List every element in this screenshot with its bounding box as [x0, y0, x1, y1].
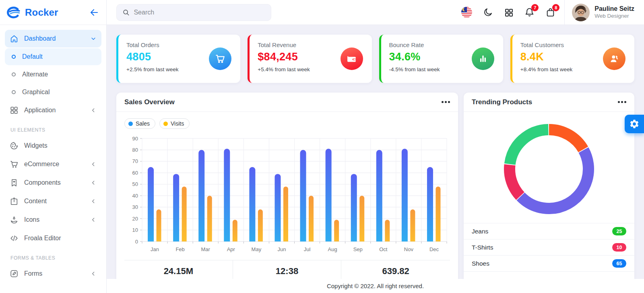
trending-products-menu-button[interactable]: [618, 99, 626, 105]
chevron-left-icon: [90, 161, 97, 167]
cart-stat-icon: [209, 47, 231, 70]
sidebar-subitem-label: Graphical: [22, 89, 50, 96]
sidebar-item-icons[interactable]: Icons: [5, 211, 101, 229]
svg-text:70: 70: [132, 158, 138, 164]
product-name: T-Shirts: [472, 244, 493, 251]
sidebar-item-widgets[interactable]: Widgets: [5, 137, 101, 155]
trending-products-card: Trending Products Jeans25T-Shirts10Shoes…: [464, 93, 634, 293]
sidebar-item-content[interactable]: Content: [5, 192, 101, 210]
bullet-icon: [12, 55, 16, 59]
user-role: Web Designer: [594, 13, 634, 20]
bar-chart-icon: [472, 47, 494, 70]
trending-donut-chart: [498, 118, 600, 220]
product-row-t-shirts[interactable]: T-Shirts10: [464, 239, 634, 256]
product-count-badge: 25: [612, 227, 626, 235]
sidebar-item-label: Application: [24, 107, 85, 114]
product-list: Jeans25T-Shirts10Shoes65: [464, 223, 634, 272]
brand-logo-icon: [6, 6, 21, 19]
stat-cards-row: Total Orders4805+2.5% from last weekTota…: [116, 35, 634, 83]
legend-chip-visits[interactable]: Visits: [159, 118, 190, 129]
sidebar-collapse-button[interactable]: [89, 8, 99, 17]
stat-title: Total Revenue: [258, 41, 363, 48]
user-menu[interactable]: Pauline Seitz Web Designer: [564, 0, 644, 25]
brand[interactable]: Rocker: [6, 6, 58, 19]
sidebar-item-label: eCommerce: [24, 161, 85, 168]
trending-products-title: Trending Products: [472, 98, 532, 106]
svg-text:80: 80: [132, 147, 138, 153]
svg-text:May: May: [252, 246, 262, 252]
svg-text:50: 50: [132, 181, 138, 187]
theme-settings-button[interactable]: [625, 115, 644, 133]
customers-icon: [603, 47, 625, 70]
svg-text:Oct: Oct: [379, 246, 388, 252]
stat-card-total-customers: Total Customers8.4K+8.4% from last week: [510, 35, 634, 83]
sidebar-item-forms[interactable]: Forms: [5, 265, 101, 283]
sidebar-item-label: Dashboard: [24, 35, 85, 42]
chevron-left-icon: [90, 180, 97, 186]
sidebar-item-froala-editor[interactable]: Froala Editor: [5, 229, 101, 247]
product-row-jeans[interactable]: Jeans25: [464, 223, 634, 239]
sidebar-subitem-default[interactable]: Default: [5, 48, 101, 65]
sidebar-item-dashboard[interactable]: Dashboard: [5, 30, 101, 47]
sidebar-header: Rocker: [0, 0, 106, 25]
bullet-icon: [12, 90, 16, 94]
svg-text:Jan: Jan: [151, 246, 159, 252]
language-flag-button[interactable]: [461, 7, 472, 18]
notifications-button[interactable]: 7: [524, 7, 535, 17]
product-count-badge: 10: [612, 243, 626, 252]
sales-overview-card: Sales Overview SalesVisits 0102030405060…: [116, 93, 458, 293]
stat-card-bounce-rate: Bounce Rate34.6%-4.5% from last week: [379, 35, 503, 83]
sidebar-item-label: Widgets: [24, 142, 97, 149]
chart-legend: SalesVisits: [124, 118, 450, 129]
product-row-shoes[interactable]: Shoes65: [464, 256, 634, 272]
sidebar-subitem-alternate[interactable]: Alternate: [5, 66, 101, 83]
sidebar-item-label: Content: [24, 198, 85, 205]
svg-text:Jul: Jul: [304, 246, 311, 252]
copyright-text: Copyright © 2022. All right reserved.: [327, 283, 424, 289]
stat-title: Bounce Rate: [389, 41, 495, 48]
sidebar-nav: DashboardDefaultAlternateGraphicalApplic…: [0, 25, 106, 283]
svg-text:0: 0: [135, 239, 138, 245]
svg-text:10: 10: [132, 227, 138, 233]
product-count-badge: 65: [612, 259, 626, 268]
search-box[interactable]: [116, 4, 271, 21]
apps-menu-button[interactable]: [504, 8, 514, 17]
stat-card-total-revenue: Total Revenue$84,245+5.4% from last week: [248, 35, 372, 83]
svg-text:Feb: Feb: [175, 246, 184, 252]
legend-dot-icon: [128, 122, 133, 126]
sidebar-item-label: Forms: [24, 270, 85, 277]
stat-title: Total Orders: [126, 41, 232, 48]
sidebar-group-label: UI ELEMENTS: [10, 127, 101, 133]
sales-overview-menu-button[interactable]: [442, 99, 450, 105]
sidebar-item-components[interactable]: Components: [5, 174, 101, 192]
svg-text:90: 90: [132, 136, 138, 142]
chevron-left-icon: [90, 198, 97, 204]
search-input[interactable]: [134, 9, 265, 16]
svg-text:Jun: Jun: [277, 246, 286, 252]
avatar: [572, 4, 590, 21]
legend-chip-sales[interactable]: Sales: [124, 118, 155, 129]
sales-bar-chart: 0102030405060708090JanFebMarAprMayJunJul…: [124, 134, 450, 255]
stat-card-total-orders: Total Orders4805+2.5% from last week: [116, 35, 240, 83]
malaysia-flag-icon: [461, 7, 472, 18]
svg-text:Dec: Dec: [429, 246, 439, 252]
legend-label: Sales: [136, 120, 150, 127]
sidebar-subitem-graphical[interactable]: Graphical: [5, 84, 101, 101]
chevron-left-icon: [90, 270, 97, 277]
legend-dot-icon: [163, 122, 168, 126]
wallet-icon: [341, 47, 363, 70]
sidebar-item-ecommerce[interactable]: eCommerce: [5, 155, 101, 173]
legend-label: Visits: [171, 120, 184, 127]
user-name: Pauline Seitz: [594, 5, 634, 13]
topbar: 7 8 Pauline Seitz Web Designer: [107, 0, 644, 25]
main-content: Total Orders4805+2.5% from last weekTota…: [107, 25, 644, 293]
sales-overview-title: Sales Overview: [124, 98, 175, 106]
svg-text:30: 30: [132, 204, 138, 210]
sidebar-item-application[interactable]: Application: [5, 101, 101, 119]
cart-button[interactable]: 8: [545, 7, 555, 17]
sidebar-item-label: Components: [24, 179, 85, 186]
grid-icon: [504, 8, 514, 17]
moon-icon: [483, 7, 493, 17]
dark-mode-button[interactable]: [483, 7, 493, 17]
chevron-left-icon: [90, 217, 97, 223]
